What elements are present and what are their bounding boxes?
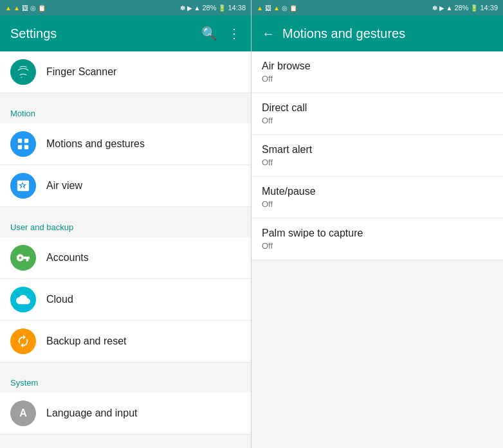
settings-item-accounts[interactable]: Accounts: [0, 237, 251, 279]
language-input-text: Language and input: [46, 408, 137, 419]
svg-rect-0: [18, 139, 22, 143]
battery-icon: 🔋: [218, 4, 226, 12]
svg-rect-1: [24, 139, 28, 143]
palm-swipe-title: Palm swipe to capture: [262, 228, 493, 239]
smart-alert-status: Off: [262, 157, 493, 167]
gap-3: [0, 363, 251, 368]
right-warning-icon-2: ▲: [273, 4, 280, 12]
direct-call-status: Off: [262, 116, 493, 125]
back-button[interactable]: ←: [262, 26, 275, 41]
right-image-icon: 🖼: [265, 4, 271, 12]
mute-pause-title: Mute/pause: [262, 186, 493, 197]
left-app-bar-title: Settings: [10, 26, 201, 41]
motions-gestures-title: Motions and gestures: [46, 138, 145, 150]
left-status-right: ✽ ▶ ▲ 28% 🔋 14:38: [180, 4, 246, 12]
air-browse-title: Air browse: [262, 60, 493, 72]
right-bluetooth-icon: ✽: [432, 4, 437, 12]
image-icon: 🖼: [22, 4, 28, 12]
air-view-icon: [10, 173, 36, 199]
warning-icon-2: ▲: [14, 4, 20, 12]
accounts-icon: [10, 245, 36, 271]
right-panel: ▲ 🖼 ▲ ◎ 📋 ✽ ▶ ▲ 28% 🔋 14:39 ← Motions an…: [252, 0, 503, 448]
motion-section-header: Motion: [0, 98, 251, 123]
direct-call-title: Direct call: [262, 102, 493, 114]
bluetooth-icon: ✽: [180, 4, 185, 12]
language-input-icon: A: [10, 400, 36, 426]
left-panel: ▲ ▲ 🖼 ◎ 📋 ✽ ▶ ▲ 28% 🔋 14:38 Settings 🔍 ⋮: [0, 0, 252, 448]
right-status-right: ✽ ▶ ▲ 28% 🔋 14:39: [432, 4, 498, 12]
search-icon[interactable]: 🔍: [201, 26, 217, 41]
wifi-icon: ▶: [187, 4, 192, 12]
right-time: 14:39: [480, 4, 498, 12]
motion-item-air-browse[interactable]: Air browse Off: [252, 51, 503, 93]
air-browse-status: Off: [262, 74, 493, 84]
motions-gestures-text: Motions and gestures: [46, 138, 145, 150]
right-app-bar-title: Motions and gestures: [282, 26, 493, 41]
mute-pause-status: Off: [262, 199, 493, 209]
accounts-title: Accounts: [46, 252, 89, 264]
right-battery-percent: 28%: [454, 4, 468, 12]
more-options-icon[interactable]: ⋮: [228, 26, 241, 41]
smart-alert-title: Smart alert: [262, 144, 493, 156]
svg-rect-2: [18, 145, 22, 149]
motion-item-direct-call[interactable]: Direct call Off: [252, 93, 503, 135]
settings-item-cloud[interactable]: Cloud: [0, 279, 251, 321]
motion-item-smart-alert[interactable]: Smart alert Off: [252, 135, 503, 177]
left-app-bar-actions: 🔍 ⋮: [201, 26, 241, 41]
air-view-text: Air view: [46, 180, 82, 192]
svg-rect-3: [24, 145, 28, 149]
settings-item-motions-gestures[interactable]: Motions and gestures: [0, 123, 251, 165]
backup-reset-icon: [10, 328, 36, 354]
settings-item-finger-scanner[interactable]: Finger Scanner: [0, 51, 251, 93]
left-status-bar: ▲ ▲ 🖼 ◎ 📋 ✽ ▶ ▲ 28% 🔋 14:38: [0, 0, 251, 15]
backup-reset-title: Backup and reset: [46, 336, 127, 347]
finger-scanner-text: Finger Scanner: [46, 66, 116, 78]
clipboard-icon: 📋: [38, 4, 46, 12]
right-signal-icon: ▲: [446, 4, 453, 12]
left-settings-list: Finger Scanner Motion Motions and gestur…: [0, 51, 251, 448]
palm-swipe-status: Off: [262, 241, 493, 251]
cloud-text: Cloud: [46, 294, 73, 305]
right-warning-icon-1: ▲: [257, 4, 263, 12]
right-app-bar: ← Motions and gestures: [252, 15, 503, 51]
right-wifi-icon: ▶: [439, 4, 444, 12]
cloud-title: Cloud: [46, 294, 73, 305]
air-view-title: Air view: [46, 180, 82, 192]
circle-icon: ◎: [30, 4, 36, 12]
left-app-bar: Settings 🔍 ⋮: [0, 15, 251, 51]
settings-item-language-input[interactable]: A Language and input: [0, 393, 251, 435]
battery-percent: 28%: [202, 4, 216, 12]
right-status-bar: ▲ 🖼 ▲ ◎ 📋 ✽ ▶ ▲ 28% 🔋 14:39: [252, 0, 503, 15]
motions-gestures-icon: [10, 131, 36, 157]
settings-item-backup-reset[interactable]: Backup and reset: [0, 321, 251, 363]
right-circle-icon: ◎: [282, 4, 288, 12]
warning-icon-1: ▲: [5, 4, 12, 12]
gap-2: [0, 207, 251, 212]
backup-reset-text: Backup and reset: [46, 336, 127, 347]
motion-item-palm-swipe[interactable]: Palm swipe to capture Off: [252, 219, 503, 260]
motion-item-mute-pause[interactable]: Mute/pause Off: [252, 177, 503, 219]
finger-scanner-icon: [10, 59, 36, 85]
time-left: 14:38: [228, 4, 246, 12]
cloud-icon: [10, 287, 36, 312]
finger-scanner-title: Finger Scanner: [46, 66, 116, 78]
user-backup-section-header: User and backup: [0, 212, 251, 237]
language-input-title: Language and input: [46, 408, 137, 419]
accounts-text: Accounts: [46, 252, 89, 264]
system-section-header: System: [0, 368, 251, 393]
right-clipboard-icon: 📋: [289, 4, 297, 12]
left-status-icons: ▲ ▲ 🖼 ◎ 📋: [5, 4, 46, 12]
settings-item-air-view[interactable]: Air view: [0, 165, 251, 207]
signal-icon: ▲: [194, 4, 201, 12]
right-status-icons: ▲ 🖼 ▲ ◎ 📋: [257, 4, 297, 12]
gap-1: [0, 93, 251, 98]
right-battery-icon: 🔋: [470, 4, 478, 12]
right-settings-list: Air browse Off Direct call Off Smart ale…: [252, 51, 503, 448]
